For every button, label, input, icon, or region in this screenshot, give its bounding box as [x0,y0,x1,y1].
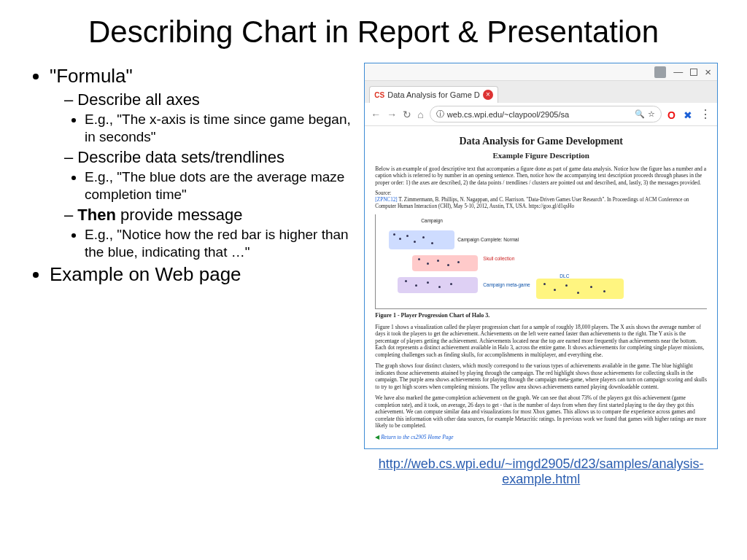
page-para3: We have also marked the game-completion … [375,394,707,429]
url-bar: ⓘ web.cs.wpi.edu/~claypool/2905/sa 🔍 ☆ [430,106,662,122]
menu-icon: ⋮ [700,107,711,121]
slide-title: Describing Chart in Report & Presentatio… [29,15,718,50]
footer-link[interactable]: http://web.cs.wpi.edu/~imgd2905/d23/samp… [364,456,718,487]
chart-label-normal: Campaign Complete: Normal [456,236,520,244]
page-intro: Below is an example of good descriptive … [375,166,707,186]
tab-title: Data Analysis for Game D [387,90,480,99]
forward-icon: → [387,109,397,120]
page-para2: The graph shows four distinct clusters, … [375,362,707,390]
extension-o-icon: O [667,109,678,120]
browser-tab: CS Data Analysis for Game D × [369,86,498,103]
chart-label-meta: Campaign meta-game [481,281,531,289]
page-para1: Figure 1 shows a visualization called th… [375,324,707,358]
chart-cluster-purple [398,277,478,293]
return-link: Return to the cs2905 Home Page [375,434,707,440]
page-h1: Data Analysis for Game Development [375,135,707,148]
star-icon: ☆ [648,109,655,119]
chart-cluster-blue [389,230,454,249]
info-icon: ⓘ [436,109,444,120]
chart-cluster-red [412,255,478,271]
back-icon: ← [371,109,381,120]
page-source: Source: [ZPNC12] T. Zimmermann, B. Phill… [375,190,707,210]
footer-link-anchor[interactable]: http://web.cs.wpi.edu/~imgd2905/d23/samp… [379,456,704,486]
maximize-icon [690,69,697,76]
home-icon: ⌂ [417,109,423,120]
chart-cluster-yellow [536,279,624,299]
page-h2: Example Figure Description [375,151,707,161]
tab-close-icon: × [483,90,493,100]
user-icon [654,66,666,78]
search-icon: 🔍 [635,109,645,119]
bullet-example: Example on Web page [50,262,355,287]
bullet-axes-ex: E.g., "The x-axis is time since game beg… [85,111,355,146]
url-text: web.cs.wpi.edu/~claypool/2905/sa [447,110,569,119]
bullet-list: "Formula" Describe all axes E.g., "The x… [29,63,355,545]
browser-screenshot: — × CS Data Analysis for Game D × ← → ↻ … [364,63,718,449]
figure-chart: Campaign Campaign Complete: Normal Skull… [375,214,707,309]
bullet-message-ex: E.g., "Notice how the red bar is higher … [85,226,355,261]
chart-label-skull: Skull collection [481,255,516,262]
chart-label-campaign: Campaign [419,217,444,225]
page-content: Data Analysis for Game Development Examp… [365,126,717,448]
favicon-icon: CS [374,91,384,99]
figure-caption: Figure 1 - Player Progression Chart of H… [375,312,707,319]
close-icon: × [705,66,711,78]
reload-icon: ↻ [403,109,411,120]
bullet-datasets: Describe data sets/trendlines [64,147,355,168]
minimize-icon: — [673,66,683,77]
bullet-formula: "Formula" [50,64,355,88]
bullet-axes: Describe all axes [64,90,355,110]
bullet-datasets-ex: E.g., "The blue dots are the average maz… [85,168,355,203]
extension-x-icon: ✖ [684,109,694,120]
bullet-message: Then provide message [64,205,355,225]
